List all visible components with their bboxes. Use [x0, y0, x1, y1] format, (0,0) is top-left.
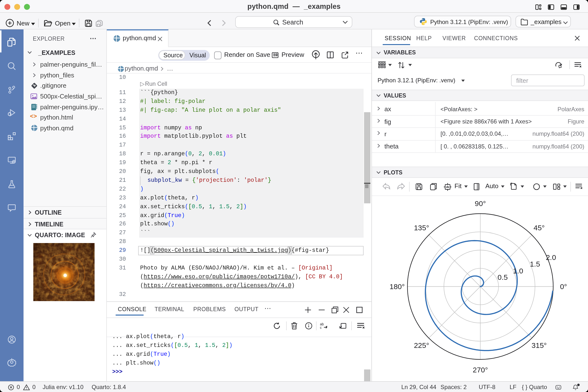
svg-text:0.5: 0.5	[497, 273, 508, 281]
svg-text:270°: 270°	[472, 366, 488, 374]
svg-text:315°: 315°	[532, 341, 546, 349]
svg-text:225°: 225°	[414, 341, 429, 349]
svg-text:180°: 180°	[389, 282, 404, 290]
svg-text:0°: 0°	[560, 282, 567, 290]
svg-text:135°: 135°	[414, 224, 429, 232]
svg-text:c: c	[320, 325, 322, 329]
svg-text:90°: 90°	[474, 200, 486, 208]
svg-text:45°: 45°	[533, 224, 544, 232]
svg-text:2.0: 2.0	[546, 253, 556, 262]
svg-text:1.0: 1.0	[513, 267, 523, 275]
svg-text:1.5: 1.5	[530, 260, 540, 268]
